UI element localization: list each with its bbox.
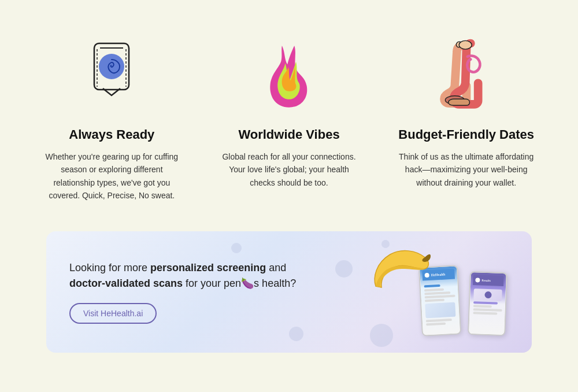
always-ready-desc: Whether you're gearing up for cuffing se…: [40, 150, 183, 202]
legs-icon: [435, 38, 498, 113]
feature-worldwide-vibes: Worldwide Vibes Global reach for all you…: [201, 29, 378, 189]
phone-mockup-2: Results: [466, 272, 509, 335]
feature-budget-friendly: Budget-Friendly Dates Think of us as the…: [377, 29, 555, 189]
svg-point-6: [459, 40, 472, 49]
banner-image-area: HeHealth: [312, 249, 509, 335]
banner-bold-2: doctor-validated scans: [69, 278, 183, 289]
budget-friendly-desc: Think of us as the ultimate affordating …: [395, 150, 538, 189]
worldwide-vibes-title: Worldwide Vibes: [238, 127, 339, 142]
banana-icon: [364, 246, 433, 298]
condom-icon-area: [80, 29, 143, 121]
condom-icon: [80, 38, 143, 113]
always-ready-title: Always Ready: [69, 127, 154, 142]
banner-bold-1: personalized screening: [150, 262, 266, 273]
flame-icon-area: [257, 29, 321, 121]
banner-text-area: Looking for more personalized screening …: [69, 260, 312, 324]
banner-text: Looking for more personalized screening …: [69, 260, 312, 291]
features-section: Always Ready Whether you're gearing up f…: [23, 17, 555, 225]
feature-always-ready: Always Ready Whether you're gearing up f…: [23, 29, 201, 202]
visit-hehealth-button[interactable]: Visit HeHealth.ai: [69, 303, 157, 324]
budget-friendly-title: Budget-Friendly Dates: [398, 127, 534, 142]
banner-wrapper: Looking for more personalized screening …: [23, 225, 555, 370]
deco-circle-3: [289, 327, 303, 341]
worldwide-vibes-desc: Global reach for all your connections. Y…: [218, 150, 361, 189]
deco-circle-1: [231, 243, 242, 253]
page-container: Always Ready Whether you're gearing up f…: [0, 0, 578, 370]
flame-icon: [257, 38, 321, 113]
legs-icon-area: [435, 29, 498, 121]
banner-section: Looking for more personalized screening …: [46, 231, 532, 353]
